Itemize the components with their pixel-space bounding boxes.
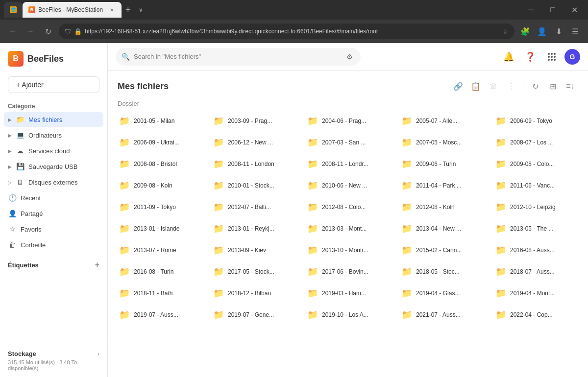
- avatar[interactable]: G: [564, 49, 580, 65]
- folder-icon: 📁: [401, 288, 412, 299]
- folder-item[interactable]: 📁2019-03 - Ham...: [302, 283, 394, 303]
- folder-item[interactable]: 📁2004-06 - Prag...: [302, 111, 394, 131]
- folder-item[interactable]: 📁2010-06 - New ...: [302, 176, 394, 195]
- folder-item[interactable]: 📁2013-04 - New ...: [396, 219, 488, 238]
- notifications-button[interactable]: 🔔: [500, 48, 517, 66]
- folder-item[interactable]: 📁2007-05 - Mosc...: [396, 133, 488, 152]
- folder-item[interactable]: 📁2012-08 - Colo...: [302, 197, 394, 217]
- apps-button[interactable]: [543, 48, 561, 66]
- folder-item[interactable]: 📁2012-08 - Koln: [396, 197, 488, 217]
- folder-item[interactable]: 📁2011-09 - Tokyo: [114, 197, 206, 217]
- folder-item[interactable]: 📁2003-09 - Prag...: [208, 111, 300, 131]
- folder-item[interactable]: 📁2018-07 - Auss...: [490, 262, 582, 282]
- etiquettes-section: Étiquettes +: [0, 253, 107, 271]
- folder-item[interactable]: 📁2008-07 - Los ...: [490, 133, 582, 152]
- refresh-button[interactable]: ↻: [41, 24, 55, 38]
- folder-item[interactable]: 📁2008-11 - Londr...: [302, 154, 394, 174]
- sidebar-item-partage[interactable]: 👤 Partagé: [4, 206, 103, 221]
- add-button[interactable]: + Ajouter: [8, 76, 99, 93]
- search-box[interactable]: 🔍 ⚙: [116, 48, 361, 66]
- sidebar-item-sauvegarde-usb[interactable]: ▶ 💾 Sauvegarde USB: [4, 159, 103, 174]
- download-button[interactable]: ⬇: [552, 24, 565, 38]
- address-bar[interactable]: 🛡 🔒 https://192-168-68-51.xzzlea2l1uj6wl…: [59, 24, 514, 39]
- folder-item[interactable]: 📁2008-08 - Bristol: [114, 154, 206, 174]
- account-button[interactable]: 👤: [535, 24, 549, 38]
- new-tab-button[interactable]: +: [122, 3, 135, 17]
- folder-item[interactable]: 📁2019-07 - Auss...: [114, 305, 206, 325]
- folder-item[interactable]: 📁2019-10 - Los A...: [302, 305, 394, 325]
- menu-button[interactable]: ☰: [568, 24, 582, 38]
- folder-item[interactable]: 📁2010-01 - Stock...: [208, 176, 300, 195]
- sidebar-item-label: Récent: [21, 194, 41, 202]
- folder-item[interactable]: 📁2013-01 - Islande: [114, 219, 206, 238]
- forward-button[interactable]: →: [24, 24, 37, 38]
- folder-name: 2007-03 - San ...: [322, 139, 366, 146]
- folder-item[interactable]: 📁2013-01 - Reykj...: [208, 219, 300, 238]
- folder-item[interactable]: 📁2012-07 - Balti...: [208, 197, 300, 217]
- folder-item[interactable]: 📁2018-12 - Bilbao: [208, 283, 300, 303]
- sidebar-item-recent[interactable]: 🕐 Récent: [4, 190, 103, 205]
- folder-icon: 📁: [307, 159, 318, 169]
- tab-inactive[interactable]: 🌐: [4, 2, 23, 18]
- folder-item[interactable]: 📁2013-05 - The ...: [490, 219, 582, 238]
- folder-item[interactable]: 📁2009-06 - Turin: [396, 154, 488, 174]
- filter-button[interactable]: ⚙: [344, 51, 355, 63]
- folder-item[interactable]: 📁2012-10 - Leipzig: [490, 197, 582, 217]
- folder-item[interactable]: 📁2013-03 - Mont...: [302, 219, 394, 238]
- folder-item[interactable]: 📁2017-05 - Stock...: [208, 262, 300, 282]
- sidebar-item-mes-fichiers[interactable]: ▶ 📁 Mes fichiers: [4, 112, 103, 127]
- folder-item[interactable]: 📁2017-06 - Bovin...: [302, 262, 394, 282]
- folder-item[interactable]: 📁2019-04 - Mont...: [490, 283, 582, 303]
- help-button[interactable]: ❓: [521, 48, 539, 66]
- sidebar-item-ordinateurs[interactable]: ▶ 💻 Ordinateurs: [4, 128, 103, 142]
- tab-close-btn[interactable]: ✕: [108, 6, 116, 14]
- search-input[interactable]: [134, 53, 341, 60]
- folder-item[interactable]: 📁2019-04 - Glas...: [396, 283, 488, 303]
- add-etiquette-btn[interactable]: +: [95, 260, 99, 269]
- folder-item[interactable]: 📁2006-09 - Tokyo: [490, 111, 582, 131]
- storage-section[interactable]: Stockage › 315.45 Mo utilisé(s) · 3.48 T…: [0, 344, 107, 377]
- folder-item[interactable]: 📁2021-07 - Auss...: [396, 305, 488, 325]
- maximize-button[interactable]: □: [543, 2, 563, 18]
- folder-item[interactable]: 📁2016-08 - Turin: [114, 262, 206, 282]
- folder-item[interactable]: 📁2008-11 - London: [208, 154, 300, 174]
- folder-item[interactable]: 📁2007-03 - San ...: [302, 133, 394, 152]
- folder-icon: 📁: [213, 245, 224, 256]
- sidebar-item-services-cloud[interactable]: ▶ ☁ Services cloud: [4, 143, 103, 158]
- tab-active[interactable]: B BeeFiles - MyBeeStation ✕: [23, 2, 122, 18]
- tab-overflow[interactable]: ∨: [135, 4, 147, 15]
- bookmark-icon[interactable]: ☆: [503, 28, 509, 35]
- folder-item[interactable]: 📁2009-08 - Koln: [114, 176, 206, 195]
- folder-item[interactable]: 📁2013-07 - Rome: [114, 240, 206, 260]
- folder-item[interactable]: 📁2016-08 - Auss...: [490, 240, 582, 260]
- folder-item[interactable]: 📁2009-08 - Colo...: [490, 154, 582, 174]
- folder-icon: 📁: [213, 309, 224, 320]
- sidebar-item-corbeille[interactable]: 🗑 Corbeille: [4, 237, 103, 252]
- folder-item[interactable]: 📁2011-06 - Vanc...: [490, 176, 582, 195]
- refresh-button[interactable]: ↻: [527, 78, 543, 94]
- folder-item[interactable]: 📁2013-09 - Kiev: [208, 240, 300, 260]
- sidebar-item-favoris[interactable]: ☆ Favoris: [4, 222, 103, 236]
- folder-item[interactable]: 📁2015-02 - Cann...: [396, 240, 488, 260]
- back-button[interactable]: ←: [6, 24, 20, 38]
- folder-item[interactable]: 📁2019-07 - Gene...: [208, 305, 300, 325]
- folder-name: 2019-10 - Los A...: [322, 311, 368, 318]
- folder-item[interactable]: 📁2022-04 - Cop...: [490, 305, 582, 325]
- close-button[interactable]: ✕: [564, 2, 584, 18]
- folder-item[interactable]: 📁2018-11 - Bath: [114, 283, 206, 303]
- sort-button[interactable]: ≡↓: [563, 78, 578, 94]
- tab-favicon-inactive: 🌐: [10, 6, 17, 13]
- extensions-button[interactable]: 🧩: [518, 24, 532, 38]
- folder-item[interactable]: 📁2013-10 - Montr...: [302, 240, 394, 260]
- folder-item[interactable]: 📁2005-07 - Alle...: [396, 111, 488, 131]
- folder-item[interactable]: 📁2018-05 - Stoc...: [396, 262, 488, 282]
- etiquettes-label: Étiquettes: [8, 261, 39, 269]
- folder-item[interactable]: 📁2001-05 - Milan: [114, 111, 206, 131]
- folder-item[interactable]: 📁2006-09 - Ukrai...: [114, 133, 206, 152]
- folder-item[interactable]: 📁2006-12 - New ...: [208, 133, 300, 152]
- minimize-button[interactable]: ─: [521, 2, 541, 18]
- sidebar-item-disques-externes[interactable]: ▷ 🖥 Disques externes: [4, 175, 103, 189]
- folder-item[interactable]: 📁2011-04 - Park ...: [396, 176, 488, 195]
- grid-view-button[interactable]: ⊞: [545, 78, 561, 94]
- folder-name: 2013-09 - Kiev: [228, 247, 266, 254]
